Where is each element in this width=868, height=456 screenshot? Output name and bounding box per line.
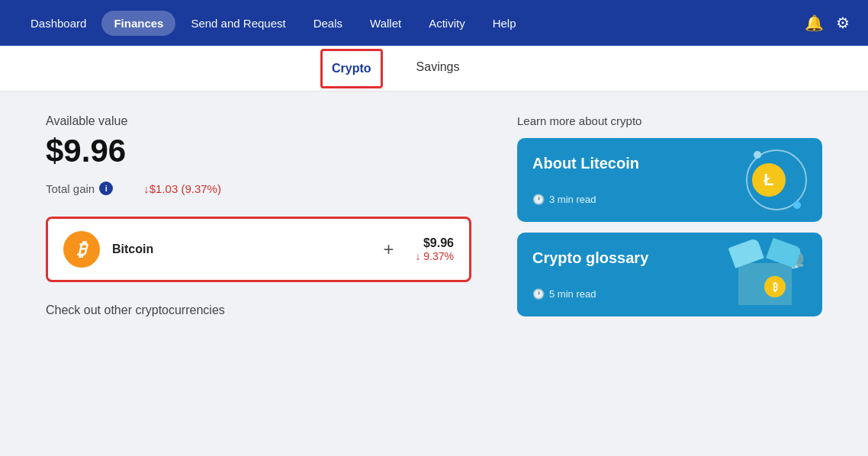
book-pages [731,240,799,263]
right-panel: Learn more about crypto About Litecoin 🕐… [517,114,822,433]
clock-icon: 🕐 [532,194,545,205]
bitcoin-icon: ₿ [63,231,100,268]
navbar: Dashboard Finances Send and Request Deal… [0,0,868,46]
nav-activity[interactable]: Activity [416,11,477,36]
available-label: Available value [46,114,471,128]
book-coin: ₿ [764,276,786,297]
ltc-coin: Ł [752,163,786,197]
orbit-dot-2 [793,201,801,209]
nav-finances[interactable]: Finances [101,11,175,36]
nav-icons: 🔔 ⚙ [805,14,850,32]
clock-icon-2: 🕐 [532,288,545,300]
check-other-label: Check out other cryptocurrencies [46,303,471,317]
bitcoin-usd: $9.96 [415,236,454,250]
left-panel: Available value $9.96 Total gain i ↓$1.0… [46,114,471,433]
glossary-card-meta: 🕐 5 min read [532,288,648,300]
info-icon[interactable]: i [99,181,113,195]
gain-value: ↓$1.03 (9.37%) [143,182,221,195]
tabs-bar: Crypto Savings [0,46,868,92]
nav-wallet[interactable]: Wallet [358,11,413,36]
tab-savings[interactable]: Savings [407,47,469,90]
total-gain-row: Total gain i ↓$1.03 (9.37%) [46,181,471,195]
orbit-dot-1 [754,151,761,159]
bitcoin-pct: ↓ 9.37% [415,250,454,262]
nav-help[interactable]: Help [481,11,529,36]
settings-gear-icon[interactable]: ⚙ [836,14,850,32]
add-crypto-button[interactable]: + [374,236,403,263]
total-gain-label: Total gain i [46,181,113,195]
main-content: Available value $9.96 Total gain i ↓$1.0… [0,92,868,456]
glossary-card[interactable]: Crypto glossary 🕐 5 min read 🐋 ₿ [517,233,822,316]
bitcoin-card[interactable]: ₿ Bitcoin + $9.96 ↓ 9.37% [46,217,471,282]
litecoin-card-meta: 🕐 3 min read [532,194,639,205]
glossary-card-title: Crypto glossary [532,249,648,267]
learn-title: Learn more about crypto [517,114,822,127]
litecoin-card-title: About Litecoin [532,155,639,172]
tab-crypto[interactable]: Crypto [320,49,383,88]
notification-bell-icon[interactable]: 🔔 [805,14,824,32]
litecoin-card[interactable]: About Litecoin 🕐 3 min read Ł [517,138,822,222]
litecoin-illustration: Ł [731,149,807,210]
nav-deals[interactable]: Deals [301,11,355,36]
bitcoin-name: Bitcoin [112,242,362,256]
bitcoin-value-col: $9.96 ↓ 9.37% [415,236,454,262]
nav-dashboard[interactable]: Dashboard [18,11,98,36]
available-value: $9.96 [46,133,471,169]
nav-send-request[interactable]: Send and Request [178,11,297,36]
book-illustration: 🐋 ₿ [731,244,807,305]
book-body: ₿ [738,263,792,305]
